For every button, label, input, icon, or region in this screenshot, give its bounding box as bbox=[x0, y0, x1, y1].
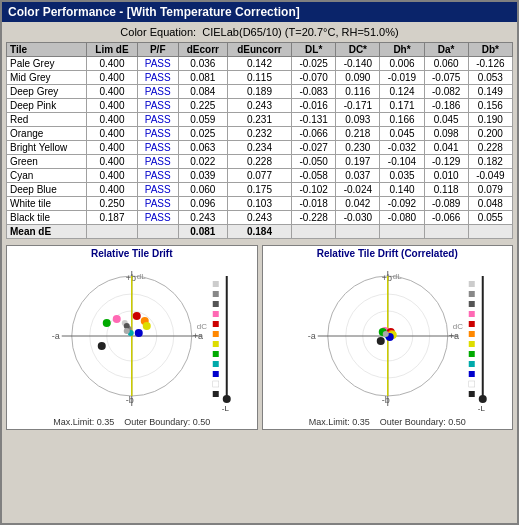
svg-text:-a: -a bbox=[52, 331, 60, 341]
svg-rect-31 bbox=[213, 341, 219, 347]
svg-rect-32 bbox=[213, 351, 219, 357]
table-cell: 0.048 bbox=[468, 197, 512, 211]
table-cell: 0.022 bbox=[178, 155, 227, 169]
table-row: Mid Grey0.400PASS0.0810.115-0.0700.090-0… bbox=[7, 71, 513, 85]
col-lim-de: Lim dE bbox=[87, 43, 137, 57]
table-cell: Orange bbox=[7, 127, 87, 141]
charts-row: Relative Tile Drift -a bbox=[2, 241, 517, 434]
right-max-limit: Max.Limit: 0.35 bbox=[309, 417, 370, 427]
table-cell: -0.050 bbox=[292, 155, 336, 169]
table-cell: 0.103 bbox=[227, 197, 291, 211]
svg-rect-28 bbox=[213, 311, 219, 317]
table-cell: 0.116 bbox=[336, 85, 380, 99]
svg-text:-L: -L bbox=[477, 404, 485, 413]
svg-rect-33 bbox=[213, 361, 219, 367]
table-cell: -0.075 bbox=[424, 71, 468, 85]
table-cell: Deep Grey bbox=[7, 85, 87, 99]
svg-point-17 bbox=[133, 312, 141, 320]
table-cell: 0.042 bbox=[336, 197, 380, 211]
table-cell: 0.184 bbox=[227, 225, 291, 239]
table-cell: -0.016 bbox=[292, 99, 336, 113]
table-row: Black tile0.187PASS0.2430.243-0.228-0.03… bbox=[7, 211, 513, 225]
svg-text:+a: +a bbox=[448, 331, 458, 341]
table-cell: 0.228 bbox=[227, 155, 291, 169]
svg-rect-68 bbox=[468, 311, 474, 317]
table-cell: -0.131 bbox=[292, 113, 336, 127]
table-cell: Mean dE bbox=[7, 225, 87, 239]
table-cell: 0.400 bbox=[87, 57, 137, 71]
table-cell: 0.400 bbox=[87, 183, 137, 197]
table-cell: -0.070 bbox=[292, 71, 336, 85]
table-cell: 0.081 bbox=[178, 225, 227, 239]
table-cell: 0.218 bbox=[336, 127, 380, 141]
table-cell: 0.036 bbox=[178, 57, 227, 71]
table-row: White tile0.250PASS0.0960.103-0.0180.042… bbox=[7, 197, 513, 211]
table-cell: 0.200 bbox=[468, 127, 512, 141]
table-cell: PASS bbox=[137, 57, 178, 71]
left-chart-svg: -a +a +b -b dL dC bbox=[7, 261, 257, 416]
table-cell: -0.228 bbox=[292, 211, 336, 225]
svg-rect-30 bbox=[213, 331, 219, 337]
right-chart-title: Relative Tile Drift (Correlated) bbox=[263, 246, 513, 261]
left-chart-footer: Max.Limit: 0.35 Outer Boundary: 0.50 bbox=[7, 416, 257, 428]
table-cell: 0.098 bbox=[424, 127, 468, 141]
svg-point-19 bbox=[143, 322, 151, 330]
table-cell: 0.149 bbox=[468, 85, 512, 99]
table-cell: -0.126 bbox=[468, 57, 512, 71]
table-cell: 0.059 bbox=[178, 113, 227, 127]
col-dh: Dh* bbox=[380, 43, 424, 57]
table-cell: 0.166 bbox=[380, 113, 424, 127]
table-cell: 0.400 bbox=[87, 169, 137, 183]
table-cell: 0.190 bbox=[468, 113, 512, 127]
table-row: Pale Grey0.400PASS0.0360.142-0.025-0.140… bbox=[7, 57, 513, 71]
table-cell: -0.018 bbox=[292, 197, 336, 211]
col-pf: P/F bbox=[137, 43, 178, 57]
table-cell: Green bbox=[7, 155, 87, 169]
table-cell: Red bbox=[7, 113, 87, 127]
table-cell bbox=[468, 225, 512, 239]
table-cell: PASS bbox=[137, 85, 178, 99]
table-cell: PASS bbox=[137, 99, 178, 113]
col-deuncorr: dEuncorr bbox=[227, 43, 291, 57]
left-chart-title: Relative Tile Drift bbox=[7, 246, 257, 261]
svg-text:dL: dL bbox=[137, 272, 146, 281]
table-cell: -0.030 bbox=[336, 211, 380, 225]
table-cell: 0.006 bbox=[380, 57, 424, 71]
table-cell: 0.243 bbox=[227, 211, 291, 225]
col-dl: DL* bbox=[292, 43, 336, 57]
table-cell: 0.156 bbox=[468, 99, 512, 113]
color-equation: Color Equation: CIELab(D65/10) (T=20.7°C… bbox=[2, 22, 517, 42]
table-cell: -0.080 bbox=[380, 211, 424, 225]
table-cell: 0.182 bbox=[468, 155, 512, 169]
table-cell: 0.187 bbox=[87, 211, 137, 225]
svg-point-64 bbox=[376, 337, 384, 345]
left-chart-area: -a +a +b -b dL dC bbox=[7, 261, 257, 416]
table-cell: 0.118 bbox=[424, 183, 468, 197]
svg-text:dL: dL bbox=[392, 272, 401, 281]
table-cell: 0.063 bbox=[178, 141, 227, 155]
table-cell: 0.035 bbox=[380, 169, 424, 183]
table-cell: 0.400 bbox=[87, 113, 137, 127]
svg-point-20 bbox=[103, 319, 111, 327]
table-cell: 0.197 bbox=[336, 155, 380, 169]
right-chart-svg: -a +a +b -b dL dC bbox=[263, 261, 513, 416]
svg-rect-29 bbox=[213, 321, 219, 327]
table-cell: -0.186 bbox=[424, 99, 468, 113]
svg-point-78 bbox=[478, 395, 486, 403]
table-cell bbox=[292, 225, 336, 239]
svg-rect-69 bbox=[468, 321, 474, 327]
svg-point-38 bbox=[223, 395, 231, 403]
table-cell: 0.400 bbox=[87, 127, 137, 141]
table-cell: 0.039 bbox=[178, 169, 227, 183]
col-decorr: dEcorr bbox=[178, 43, 227, 57]
table-cell: Cyan bbox=[7, 169, 87, 183]
svg-text:-L: -L bbox=[222, 404, 230, 413]
table-cell bbox=[87, 225, 137, 239]
svg-rect-72 bbox=[468, 351, 474, 357]
table-cell: -0.019 bbox=[380, 71, 424, 85]
data-table: Tile Lim dE P/F dEcorr dEuncorr DL* DC* … bbox=[6, 42, 513, 239]
table-cell: -0.140 bbox=[336, 57, 380, 71]
table-cell: 0.232 bbox=[227, 127, 291, 141]
svg-rect-25 bbox=[213, 281, 219, 287]
table-cell: 0.090 bbox=[336, 71, 380, 85]
